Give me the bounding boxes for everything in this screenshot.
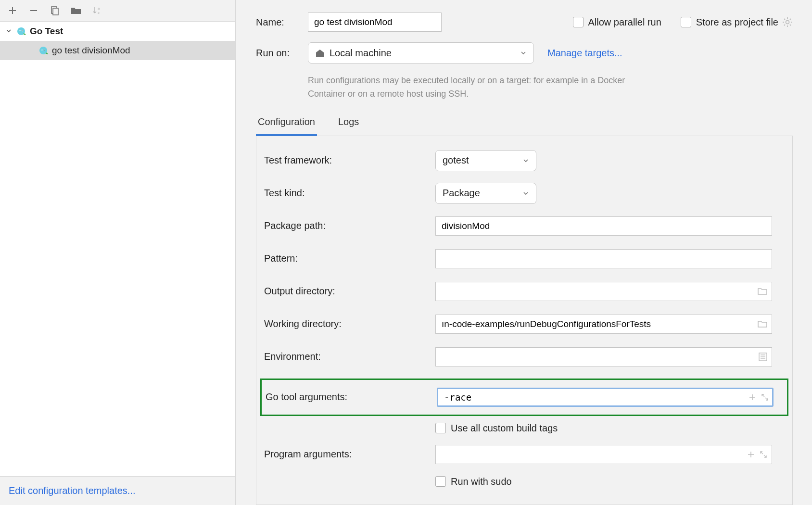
- svg-point-14: [786, 21, 789, 24]
- chevron-down-icon: [6, 28, 13, 35]
- plus-icon[interactable]: [749, 393, 756, 401]
- checkbox-icon: [435, 423, 446, 433]
- svg-text:a: a: [98, 6, 100, 11]
- expand-icon[interactable]: [761, 393, 769, 401]
- sidebar-toolbar: az: [0, 0, 235, 21]
- program-args-input[interactable]: [435, 445, 772, 464]
- test-framework-value: gotest: [443, 155, 469, 166]
- go-test-icon: [38, 46, 48, 55]
- svg-point-13: [44, 50, 45, 50]
- config-tree: Go Test go test divisionMod: [0, 21, 235, 477]
- allow-parallel-checkbox[interactable]: Allow parallel run: [573, 17, 661, 28]
- program-args-label: Program arguments:: [264, 449, 435, 460]
- list-icon[interactable]: [759, 353, 767, 361]
- sort-icon[interactable]: az: [91, 5, 103, 16]
- expand-icon[interactable]: [760, 451, 767, 458]
- tree-group-label: Go Test: [30, 26, 63, 37]
- test-kind-select[interactable]: Package: [435, 183, 536, 204]
- run-on-hint: Run configurations may be executed local…: [308, 74, 654, 101]
- go-test-icon: [16, 26, 26, 36]
- pattern-input[interactable]: [435, 249, 772, 268]
- test-framework-label: Test framework:: [264, 155, 435, 166]
- plus-icon[interactable]: [747, 451, 755, 458]
- output-dir-input[interactable]: [435, 282, 772, 301]
- home-icon: [315, 48, 325, 58]
- output-dir-label: Output directory:: [264, 286, 435, 297]
- svg-rect-1: [53, 8, 58, 15]
- allow-parallel-label: Allow parallel run: [588, 17, 661, 28]
- environment-label: Environment:: [264, 351, 435, 362]
- pattern-label: Pattern:: [264, 253, 435, 264]
- store-as-project-label: Store as project file: [696, 17, 778, 28]
- browse-folder-icon[interactable]: [758, 288, 767, 295]
- working-dir-input[interactable]: [435, 315, 772, 334]
- go-tool-args-label: Go tool arguments:: [266, 391, 437, 403]
- use-build-tags-label: Use all custom build tags: [451, 423, 558, 434]
- remove-icon[interactable]: [28, 5, 39, 16]
- checkbox-icon: [435, 476, 446, 487]
- go-tool-args-highlight: Go tool arguments:: [260, 379, 788, 416]
- store-as-project-checkbox[interactable]: Store as project file: [681, 17, 778, 28]
- test-kind-value: Package: [443, 188, 480, 199]
- name-label: Name:: [256, 17, 308, 28]
- folder-icon[interactable]: [70, 5, 82, 16]
- tree-item-label: go test divisionMod: [52, 45, 130, 56]
- tree-group-go-test[interactable]: Go Test: [0, 22, 235, 41]
- chevron-down-icon: [522, 190, 529, 197]
- configuration-panel: Test framework: gotest Test kind: Packag…: [256, 136, 793, 505]
- use-build-tags-checkbox[interactable]: Use all custom build tags: [435, 423, 558, 434]
- chevron-down-icon: [520, 50, 527, 56]
- edit-templates-link[interactable]: Edit configuration templates...: [9, 485, 135, 496]
- tree-item-go-test-divisionmod[interactable]: go test divisionMod: [0, 41, 235, 60]
- go-tool-args-input[interactable]: [437, 388, 774, 407]
- browse-folder-icon[interactable]: [758, 320, 767, 328]
- package-path-label: Package path:: [264, 220, 435, 231]
- environment-input[interactable]: [435, 347, 772, 366]
- sidebar-footer: Edit configuration templates...: [0, 477, 235, 505]
- svg-point-12: [42, 50, 42, 50]
- working-dir-label: Working directory:: [264, 318, 435, 329]
- manage-targets-link[interactable]: Manage targets...: [547, 48, 622, 59]
- add-icon[interactable]: [7, 5, 18, 16]
- svg-point-7: [20, 30, 20, 31]
- checkbox-icon: [681, 17, 691, 27]
- run-on-label: Run on:: [256, 48, 308, 59]
- test-kind-label: Test kind:: [264, 188, 435, 199]
- run-sudo-label: Run with sudo: [451, 476, 512, 487]
- package-path-input[interactable]: [435, 216, 772, 236]
- gear-icon[interactable]: [782, 17, 793, 27]
- svg-point-8: [22, 30, 23, 31]
- checkbox-icon: [573, 17, 584, 27]
- tab-logs[interactable]: Logs: [336, 113, 361, 136]
- sidebar: az Go Test: [0, 0, 236, 505]
- tabs: Configuration Logs: [256, 113, 793, 136]
- run-sudo-checkbox[interactable]: Run with sudo: [435, 476, 512, 487]
- test-framework-select[interactable]: gotest: [435, 150, 536, 171]
- name-input[interactable]: [308, 13, 442, 32]
- tab-configuration[interactable]: Configuration: [256, 113, 317, 136]
- run-on-value: Local machine: [330, 48, 392, 59]
- main-panel: Name: Allow parallel run Store as projec…: [236, 0, 812, 505]
- svg-text:z: z: [98, 11, 100, 15]
- run-on-select[interactable]: Local machine: [308, 42, 534, 63]
- copy-icon[interactable]: [49, 5, 61, 16]
- chevron-down-icon: [522, 157, 529, 164]
